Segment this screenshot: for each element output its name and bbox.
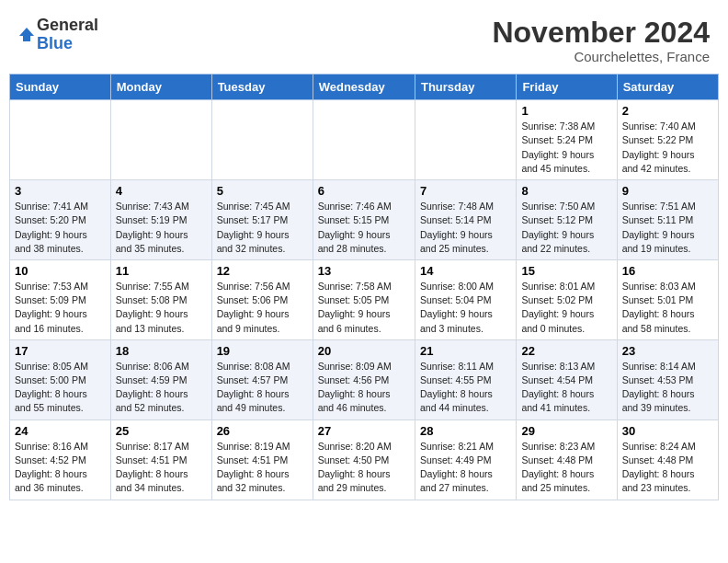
day-detail: Sunrise: 7:56 AM Sunset: 5:06 PM Dayligh…: [217, 280, 308, 336]
day-number: 6: [318, 184, 410, 198]
logo-general: General: [37, 16, 98, 34]
day-detail: Sunrise: 8:09 AM Sunset: 4:56 PM Dayligh…: [318, 360, 410, 416]
day-number: 2: [622, 104, 713, 118]
calendar-week-row: 17Sunrise: 8:05 AM Sunset: 5:00 PM Dayli…: [10, 339, 719, 419]
day-number: 25: [116, 424, 207, 438]
day-number: 3: [15, 184, 106, 198]
calendar-cell: 5Sunrise: 7:45 AM Sunset: 5:17 PM Daylig…: [211, 180, 313, 260]
svg-marker-0: [19, 28, 34, 36]
calendar-cell: 19Sunrise: 8:08 AM Sunset: 4:57 PM Dayli…: [211, 339, 313, 419]
weekday-header: Tuesday: [211, 75, 313, 100]
calendar-cell: 1Sunrise: 7:38 AM Sunset: 5:24 PM Daylig…: [517, 100, 617, 180]
day-detail: Sunrise: 7:46 AM Sunset: 5:15 PM Dayligh…: [318, 200, 410, 256]
day-detail: Sunrise: 7:40 AM Sunset: 5:22 PM Dayligh…: [622, 120, 713, 176]
day-detail: Sunrise: 8:03 AM Sunset: 5:01 PM Dayligh…: [622, 280, 713, 336]
day-detail: Sunrise: 7:48 AM Sunset: 5:14 PM Dayligh…: [420, 200, 511, 256]
day-detail: Sunrise: 8:23 AM Sunset: 4:48 PM Dayligh…: [521, 440, 611, 496]
day-detail: Sunrise: 7:41 AM Sunset: 5:20 PM Dayligh…: [15, 200, 106, 256]
day-number: 15: [521, 264, 611, 278]
day-detail: Sunrise: 8:00 AM Sunset: 5:04 PM Dayligh…: [420, 280, 511, 336]
day-number: 30: [622, 424, 713, 438]
day-number: 20: [318, 344, 410, 358]
calendar-cell: 3Sunrise: 7:41 AM Sunset: 5:20 PM Daylig…: [10, 180, 111, 260]
day-number: 21: [420, 344, 511, 358]
day-detail: Sunrise: 8:13 AM Sunset: 4:54 PM Dayligh…: [521, 360, 611, 416]
day-number: 14: [420, 264, 511, 278]
day-number: 24: [15, 424, 106, 438]
day-number: 28: [420, 424, 511, 438]
calendar-cell: 16Sunrise: 8:03 AM Sunset: 5:01 PM Dayli…: [617, 259, 718, 339]
calendar-cell: 27Sunrise: 8:20 AM Sunset: 4:50 PM Dayli…: [313, 419, 415, 500]
day-detail: Sunrise: 7:43 AM Sunset: 5:19 PM Dayligh…: [116, 200, 207, 256]
weekday-header-row: SundayMondayTuesdayWednesdayThursdayFrid…: [10, 75, 719, 100]
calendar-cell: 7Sunrise: 7:48 AM Sunset: 5:14 PM Daylig…: [415, 180, 516, 260]
day-detail: Sunrise: 7:38 AM Sunset: 5:24 PM Dayligh…: [521, 120, 611, 176]
day-number: 5: [217, 184, 308, 198]
day-detail: Sunrise: 7:45 AM Sunset: 5:17 PM Dayligh…: [217, 200, 308, 256]
calendar-cell: 29Sunrise: 8:23 AM Sunset: 4:48 PM Dayli…: [517, 419, 617, 500]
weekday-header: Friday: [517, 75, 617, 100]
logo-blue: Blue: [37, 34, 73, 52]
day-detail: Sunrise: 8:16 AM Sunset: 4:52 PM Dayligh…: [15, 440, 106, 496]
calendar-cell: 20Sunrise: 8:09 AM Sunset: 4:56 PM Dayli…: [313, 339, 415, 419]
calendar-cell: 10Sunrise: 7:53 AM Sunset: 5:09 PM Dayli…: [10, 259, 111, 339]
calendar-cell: 25Sunrise: 8:17 AM Sunset: 4:51 PM Dayli…: [110, 419, 211, 500]
calendar-cell: 28Sunrise: 8:21 AM Sunset: 4:49 PM Dayli…: [415, 419, 516, 500]
calendar-cell: 6Sunrise: 7:46 AM Sunset: 5:15 PM Daylig…: [313, 180, 415, 260]
calendar-cell: 8Sunrise: 7:50 AM Sunset: 5:12 PM Daylig…: [517, 180, 617, 260]
calendar-week-row: 3Sunrise: 7:41 AM Sunset: 5:20 PM Daylig…: [10, 180, 719, 260]
calendar-cell: 11Sunrise: 7:55 AM Sunset: 5:08 PM Dayli…: [110, 259, 211, 339]
day-detail: Sunrise: 7:50 AM Sunset: 5:12 PM Dayligh…: [521, 200, 611, 256]
calendar-cell: [110, 100, 211, 180]
day-number: 23: [622, 344, 713, 358]
page-header: General Blue November 2024 Courchelettes…: [9, 9, 719, 68]
day-number: 16: [622, 264, 713, 278]
calendar-week-row: 24Sunrise: 8:16 AM Sunset: 4:52 PM Dayli…: [10, 419, 719, 500]
day-number: 22: [521, 344, 611, 358]
calendar-week-row: 10Sunrise: 7:53 AM Sunset: 5:09 PM Dayli…: [10, 259, 719, 339]
calendar-cell: 18Sunrise: 8:06 AM Sunset: 4:59 PM Dayli…: [110, 339, 211, 419]
calendar-cell: 15Sunrise: 8:01 AM Sunset: 5:02 PM Dayli…: [517, 259, 617, 339]
weekday-header: Thursday: [415, 75, 516, 100]
calendar-cell: 2Sunrise: 7:40 AM Sunset: 5:22 PM Daylig…: [617, 100, 718, 180]
title-block: November 2024 Courchelettes, France: [492, 17, 710, 64]
day-detail: Sunrise: 8:24 AM Sunset: 4:48 PM Dayligh…: [622, 440, 713, 496]
day-number: 8: [521, 184, 611, 198]
day-detail: Sunrise: 8:01 AM Sunset: 5:02 PM Dayligh…: [521, 280, 611, 336]
day-detail: Sunrise: 8:08 AM Sunset: 4:57 PM Dayligh…: [217, 360, 308, 416]
day-detail: Sunrise: 8:17 AM Sunset: 4:51 PM Dayligh…: [116, 440, 207, 496]
day-number: 17: [15, 344, 106, 358]
day-detail: Sunrise: 7:51 AM Sunset: 5:11 PM Dayligh…: [622, 200, 713, 256]
day-detail: Sunrise: 8:19 AM Sunset: 4:51 PM Dayligh…: [217, 440, 308, 496]
weekday-header: Monday: [110, 75, 211, 100]
calendar-cell: 4Sunrise: 7:43 AM Sunset: 5:19 PM Daylig…: [110, 180, 211, 260]
calendar-cell: 9Sunrise: 7:51 AM Sunset: 5:11 PM Daylig…: [617, 180, 718, 260]
calendar-cell: 21Sunrise: 8:11 AM Sunset: 4:55 PM Dayli…: [415, 339, 516, 419]
calendar-cell: 30Sunrise: 8:24 AM Sunset: 4:48 PM Dayli…: [617, 419, 718, 500]
day-detail: Sunrise: 7:55 AM Sunset: 5:08 PM Dayligh…: [116, 280, 207, 336]
weekday-header: Sunday: [10, 75, 111, 100]
calendar-cell: [10, 100, 111, 180]
weekday-header: Saturday: [617, 75, 718, 100]
logo-icon: [18, 27, 35, 43]
location: Courchelettes, France: [492, 49, 710, 64]
day-number: 29: [521, 424, 611, 438]
day-number: 10: [15, 264, 106, 278]
calendar-cell: [415, 100, 516, 180]
day-number: 11: [116, 264, 207, 278]
day-number: 4: [116, 184, 207, 198]
day-detail: Sunrise: 8:06 AM Sunset: 4:59 PM Dayligh…: [116, 360, 207, 416]
calendar-cell: 23Sunrise: 8:14 AM Sunset: 4:53 PM Dayli…: [617, 339, 718, 419]
weekday-header: Wednesday: [313, 75, 415, 100]
calendar-cell: 12Sunrise: 7:56 AM Sunset: 5:06 PM Dayli…: [211, 259, 313, 339]
logo: General Blue: [18, 17, 98, 53]
day-detail: Sunrise: 7:53 AM Sunset: 5:09 PM Dayligh…: [15, 280, 106, 336]
calendar-cell: 24Sunrise: 8:16 AM Sunset: 4:52 PM Dayli…: [10, 419, 111, 500]
svg-rect-1: [23, 36, 30, 41]
calendar-cell: [211, 100, 313, 180]
day-detail: Sunrise: 8:21 AM Sunset: 4:49 PM Dayligh…: [420, 440, 511, 496]
calendar-cell: 22Sunrise: 8:13 AM Sunset: 4:54 PM Dayli…: [517, 339, 617, 419]
calendar-cell: 14Sunrise: 8:00 AM Sunset: 5:04 PM Dayli…: [415, 259, 516, 339]
calendar-cell: 17Sunrise: 8:05 AM Sunset: 5:00 PM Dayli…: [10, 339, 111, 419]
day-detail: Sunrise: 7:58 AM Sunset: 5:05 PM Dayligh…: [318, 280, 410, 336]
